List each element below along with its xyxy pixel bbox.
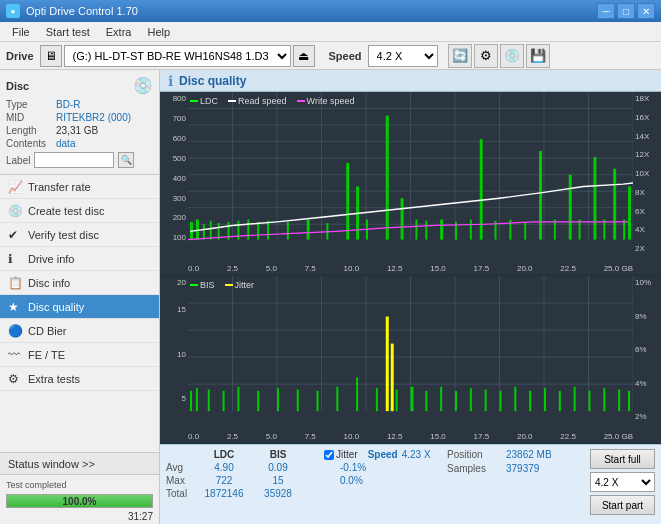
svg-rect-40 [470, 220, 472, 240]
right-stats: Position 23862 MB Samples 379379 [447, 449, 576, 474]
sidebar-item-disc-quality[interactable]: ★ Disc quality [0, 295, 159, 319]
drive-info-icon: ℹ [8, 252, 24, 266]
speed-header-value: 4.23 X [402, 449, 431, 460]
bis-max: 15 [252, 475, 304, 486]
sidebar-label-extra-tests: Extra tests [28, 373, 80, 385]
eject-button[interactable]: ⏏ [293, 45, 315, 67]
status-window-button[interactable]: Status window >> [0, 452, 159, 474]
mid-value: RITEKBR2 (000) [56, 112, 131, 123]
max-label: Max [166, 475, 196, 486]
jitter-header: Jitter [336, 449, 358, 460]
sidebar-item-drive-info[interactable]: ℹ Drive info [0, 247, 159, 271]
svg-rect-73 [257, 391, 259, 411]
svg-rect-24 [237, 221, 239, 240]
length-label: Length [6, 125, 56, 136]
svg-rect-86 [485, 390, 487, 412]
disc-quality-title: Disc quality [179, 74, 246, 88]
minimize-button[interactable]: ─ [597, 3, 615, 19]
chart1-section: 800 700 600 500 400 300 200 100 18X 16X … [160, 92, 661, 276]
sidebar-item-verify-test-disc[interactable]: ✔ Verify test disc [0, 223, 159, 247]
chart2-x-axis: 0.0 2.5 5.0 7.5 10.0 12.5 15.0 17.5 20.0… [188, 425, 633, 443]
progress-area: Test completed [0, 474, 159, 494]
menu-help[interactable]: Help [139, 24, 178, 40]
jitter-checkbox[interactable] [324, 450, 334, 460]
sidebar-item-cd-bier[interactable]: 🔵 CD Bier [0, 319, 159, 343]
contents-value: data [56, 138, 75, 149]
svg-rect-84 [455, 391, 457, 411]
svg-rect-20 [203, 224, 205, 239]
write-speed-legend-dot [297, 100, 305, 102]
sidebar-label-drive-info: Drive info [28, 253, 74, 265]
start-full-button[interactable]: Start full [590, 449, 655, 469]
svg-rect-96 [628, 391, 630, 411]
menu-bar: File Start test Extra Help [0, 22, 661, 42]
svg-rect-90 [544, 389, 546, 412]
svg-rect-97 [386, 317, 389, 412]
speed-select[interactable]: 4.2 X [368, 45, 438, 67]
progress-text: 100.0% [63, 496, 97, 507]
sidebar-item-extra-tests[interactable]: ⚙ Extra tests [0, 367, 159, 391]
svg-rect-91 [559, 391, 561, 411]
chart2-y-axis-left: 20 15 10 5 [160, 276, 188, 423]
label-search-button[interactable]: 🔍 [118, 152, 134, 168]
refresh-button[interactable]: 🔄 [448, 44, 472, 68]
bis-legend-label: BIS [200, 280, 215, 290]
svg-rect-95 [618, 390, 620, 412]
transfer-rate-icon: 📈 [8, 180, 24, 194]
sidebar-label-create-test-disc: Create test disc [28, 205, 104, 217]
close-button[interactable]: ✕ [637, 3, 655, 19]
create-test-disc-icon: 💿 [8, 204, 24, 218]
svg-rect-80 [396, 390, 398, 412]
drive-select[interactable]: (G:) HL-DT-ST BD-RE WH16NS48 1.D3 [64, 45, 291, 67]
write-speed-legend-label: Write speed [307, 96, 355, 106]
svg-rect-26 [257, 222, 259, 240]
disc-button[interactable]: 💿 [500, 44, 524, 68]
drive-icon[interactable]: 🖥 [40, 45, 62, 67]
svg-rect-83 [440, 387, 442, 411]
read-speed-legend-label: Read speed [238, 96, 287, 106]
menu-start-test[interactable]: Start test [38, 24, 98, 40]
samples-label: Samples [447, 463, 502, 474]
settings-button[interactable]: ⚙ [474, 44, 498, 68]
sidebar-item-disc-info[interactable]: 📋 Disc info [0, 271, 159, 295]
disc-quality-icon: ★ [8, 300, 24, 314]
save-button[interactable]: 💾 [526, 44, 550, 68]
svg-rect-93 [589, 391, 591, 411]
jitter-max: 0.0% [340, 475, 363, 486]
svg-rect-70 [208, 390, 210, 412]
total-label: Total [166, 488, 196, 499]
ldc-max: 722 [198, 475, 250, 486]
svg-rect-76 [317, 391, 319, 411]
speed-dropdown[interactable]: 4.2 X [590, 472, 655, 492]
ldc-legend-label: LDC [200, 96, 218, 106]
svg-rect-38 [440, 220, 443, 240]
sidebar-item-transfer-rate[interactable]: 📈 Transfer rate [0, 175, 159, 199]
svg-rect-49 [593, 157, 596, 240]
maximize-button[interactable]: □ [617, 3, 635, 19]
status-window-label: Status window >> [8, 458, 95, 470]
ldc-avg: 4.90 [198, 462, 250, 473]
svg-rect-94 [603, 389, 605, 412]
svg-rect-77 [336, 387, 338, 411]
jitter-legend-label: Jitter [235, 280, 255, 290]
disc-info-icon: 📋 [8, 276, 24, 290]
svg-rect-98 [391, 344, 394, 412]
svg-rect-52 [623, 220, 625, 240]
svg-rect-35 [401, 198, 404, 239]
start-part-button[interactable]: Start part [590, 495, 655, 515]
app-icon: ● [6, 4, 20, 18]
menu-extra[interactable]: Extra [98, 24, 140, 40]
disc-icon: 💿 [133, 76, 153, 95]
sidebar-item-fe-te[interactable]: 〰 FE / TE [0, 343, 159, 367]
jitter-legend-dot [225, 284, 233, 286]
sidebar: Disc 💿 Type BD-R MID RITEKBR2 (000) Leng… [0, 70, 160, 524]
chart2-svg [188, 276, 633, 425]
sidebar-item-create-test-disc[interactable]: 💿 Create test disc [0, 199, 159, 223]
label-input[interactable] [34, 152, 114, 168]
read-speed-legend-dot [228, 100, 236, 102]
svg-rect-85 [470, 389, 472, 412]
chart1-y-axis-left: 800 700 600 500 400 300 200 100 [160, 92, 188, 255]
svg-rect-82 [425, 391, 427, 411]
menu-file[interactable]: File [4, 24, 38, 40]
svg-rect-29 [307, 220, 310, 240]
